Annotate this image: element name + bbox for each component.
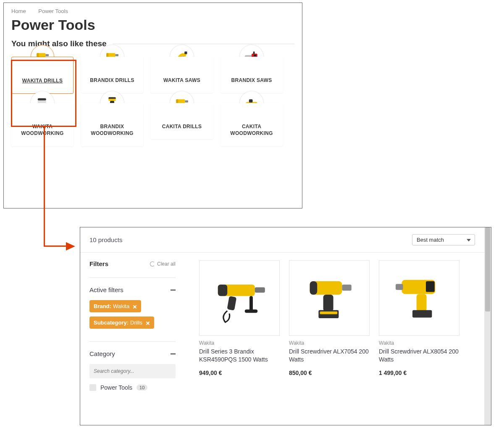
product-image bbox=[289, 260, 370, 336]
product-grid: Wakita Drill Series 3 Brandix KSR4590PQS… bbox=[176, 260, 475, 391]
product-listing-panel: 10 products Best match Filters Clear all… bbox=[80, 227, 491, 425]
product-name: Drill Series 3 Brandix KSR4590PQS 1500 W… bbox=[199, 348, 280, 364]
card-label: BRANDIX SAWS bbox=[224, 77, 279, 84]
category-search-input[interactable] bbox=[89, 364, 176, 378]
card-label: WAKITA SAWS bbox=[154, 77, 210, 84]
page-title: Power Tools bbox=[11, 17, 294, 33]
chip-value: Wakita bbox=[113, 303, 129, 309]
card-brandix-woodworking[interactable]: BRANDIX WOODWORKING bbox=[81, 103, 143, 146]
product-card[interactable]: Wakita Drill Series 3 Brandix KSR4590PQS… bbox=[199, 260, 280, 391]
remove-icon[interactable] bbox=[133, 304, 137, 309]
category-panel: Home Power Tools Power Tools You might a… bbox=[3, 3, 302, 208]
card-cakita-drills[interactable]: CAKITA DRILLS bbox=[151, 103, 213, 146]
remove-icon[interactable] bbox=[146, 321, 150, 325]
scrollbar[interactable] bbox=[484, 227, 491, 425]
card-wakita-woodworking[interactable]: WAKITA WOODWORKING bbox=[11, 103, 74, 146]
product-count: 10 products bbox=[89, 236, 122, 243]
clear-all-button[interactable]: Clear all bbox=[150, 261, 176, 267]
sort-value: Best match bbox=[417, 237, 444, 243]
listing-topbar: 10 products Best match bbox=[80, 227, 484, 253]
active-filters-title: Active filters bbox=[89, 286, 123, 293]
product-name: Drill Screwdriver ALX7054 200 Watts bbox=[289, 348, 370, 364]
annotation-arrow-horizontal bbox=[44, 245, 67, 247]
filters-title: Filters bbox=[89, 260, 108, 267]
tree-item-count: 10 bbox=[136, 385, 147, 391]
product-price: 850,00 € bbox=[289, 369, 370, 376]
card-wakita-saws[interactable]: WAKITA SAWS bbox=[151, 57, 213, 94]
card-label: CAKITA WOODWORKING bbox=[224, 123, 279, 137]
refresh-icon bbox=[150, 261, 155, 266]
filter-chip-brand[interactable]: Brand: Wakita bbox=[89, 300, 141, 312]
annotation-arrowhead bbox=[66, 242, 75, 251]
breadcrumb-current[interactable]: Power Tools bbox=[38, 8, 68, 14]
card-brandix-drills[interactable]: BRANDIX DRILLS bbox=[81, 57, 143, 94]
card-label: BRANDIX WOODWORKING bbox=[84, 123, 140, 137]
product-card[interactable]: Wakita Drill Screwdriver ALX8054 200 Wat… bbox=[379, 260, 459, 391]
card-brandix-saws[interactable]: BRANDIX SAWS bbox=[220, 57, 283, 94]
product-brand: Wakita bbox=[199, 340, 280, 346]
divider bbox=[113, 44, 294, 44]
collapse-icon[interactable] bbox=[171, 290, 176, 290]
filter-chip-subcategory[interactable]: Subcategory: Drills bbox=[89, 317, 154, 329]
product-card[interactable]: Wakita Drill Screwdriver ALX7054 200 Wat… bbox=[289, 260, 370, 391]
filter-sidebar: Filters Clear all Active filters Brand: … bbox=[89, 260, 176, 391]
product-brand: Wakita bbox=[379, 340, 459, 346]
product-image bbox=[379, 260, 459, 336]
product-price: 1 499,00 € bbox=[379, 369, 459, 376]
divider bbox=[89, 341, 176, 342]
card-label: CAKITA DRILLS bbox=[154, 123, 210, 130]
card-cakita-woodworking[interactable]: CAKITA WOODWORKING bbox=[220, 103, 283, 146]
product-price: 949,00 € bbox=[199, 369, 280, 376]
clear-all-label: Clear all bbox=[157, 261, 176, 267]
chip-value: Drills bbox=[130, 319, 142, 326]
breadcrumb-home[interactable]: Home bbox=[11, 8, 26, 14]
card-label: WAKITA WOODWORKING bbox=[15, 123, 70, 137]
sort-select[interactable]: Best match bbox=[412, 234, 475, 245]
chip-key: Subcategory: bbox=[94, 319, 129, 326]
card-wakita-drills[interactable]: WAKITA DRILLS bbox=[11, 57, 74, 94]
recommendations-heading: You might also like these bbox=[11, 39, 107, 48]
scrollbar-thumb[interactable] bbox=[485, 227, 490, 311]
product-image bbox=[199, 260, 280, 336]
chip-key: Brand: bbox=[94, 303, 111, 309]
breadcrumb: Home Power Tools bbox=[11, 8, 294, 14]
tree-item-label: Power Tools bbox=[100, 384, 132, 391]
card-label: BRANDIX DRILLS bbox=[84, 77, 140, 84]
checkbox-icon[interactable] bbox=[89, 384, 96, 391]
card-label: WAKITA DRILLS bbox=[15, 77, 70, 84]
collapse-icon[interactable] bbox=[171, 354, 176, 354]
product-brand: Wakita bbox=[289, 340, 370, 346]
category-tree-item[interactable]: Power Tools 10 bbox=[89, 384, 176, 391]
annotation-arrow-vertical bbox=[44, 127, 45, 246]
recommendation-grid: WAKITA DRILLS BRANDIX DRILLS WAKITA SAWS bbox=[11, 57, 294, 146]
divider bbox=[89, 277, 176, 278]
product-name: Drill Screwdriver ALX8054 200 Watts bbox=[379, 348, 459, 364]
category-title: Category bbox=[89, 350, 115, 357]
